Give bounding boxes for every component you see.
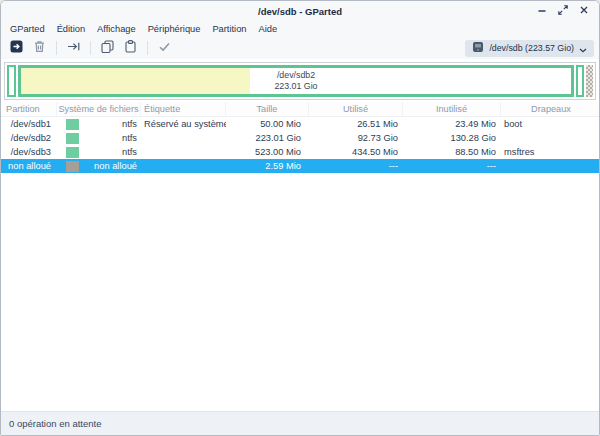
restore-button[interactable]	[556, 4, 570, 18]
disk-segment--dev-sdb2[interactable]: /dev/sdb2223.01 Gio	[18, 65, 574, 97]
trash-icon	[32, 39, 47, 58]
disk-drive-icon	[472, 39, 484, 57]
column-header-unused: Inutilisé	[403, 102, 501, 116]
label-cell: Réservé au système	[141, 117, 226, 131]
partition-row-non-allou-[interactable]: non allouénon alloué2.59 Mio------	[1, 159, 599, 173]
copy-icon	[100, 39, 115, 58]
close-icon	[578, 2, 590, 20]
paste-icon	[123, 39, 138, 58]
menu-item-partition[interactable]: Partition	[206, 24, 252, 34]
apply-operations-button[interactable]	[154, 39, 175, 57]
partition-table-header: PartitionSystème de fichiersÉtiquetteTai…	[1, 102, 599, 117]
new-partition-button[interactable]	[6, 39, 27, 57]
label-cell	[141, 145, 226, 159]
menu-item-affichage[interactable]: Affichage	[91, 24, 142, 34]
column-header-flags: Drapeaux	[501, 102, 599, 116]
filesystem-name: ntfs	[122, 133, 137, 143]
filesystem-color-swatch	[66, 161, 79, 172]
column-header-partition: Partition	[1, 102, 57, 116]
partition-cell: /dev/sdb3	[1, 145, 57, 159]
copy-partition-button[interactable]	[97, 39, 118, 57]
filesystem-cell: ntfs	[57, 117, 141, 131]
title-bar: /dev/sdb - GParted	[1, 1, 599, 21]
resize-arrow-icon	[66, 39, 81, 58]
checkmark-icon	[157, 39, 172, 58]
toolbar-separator	[147, 41, 148, 55]
partition-cell: /dev/sdb2	[1, 131, 57, 145]
close-button[interactable]	[577, 4, 591, 18]
used-cell: 434.50 Mio	[309, 145, 403, 159]
size-cell: 2.59 Mio	[226, 159, 309, 173]
partition-row--dev-sdb1[interactable]: /dev/sdb1ntfsRéservé au système50.00 Mio…	[1, 117, 599, 131]
partition-row--dev-sdb3[interactable]: /dev/sdb3ntfs523.00 Mio434.50 Mio88.50 M…	[1, 145, 599, 159]
label-cell	[141, 131, 226, 145]
new-partition-icon	[9, 39, 24, 58]
disk-segment-label: /dev/sdb2223.01 Gio	[21, 68, 571, 94]
flags-cell	[501, 159, 599, 173]
partition-table-body: /dev/sdb1ntfsRéservé au système50.00 Mio…	[1, 117, 599, 173]
toolbar-separator	[56, 41, 57, 55]
partition-table: PartitionSystème de fichiersÉtiquetteTai…	[1, 102, 599, 173]
toolbar: /dev/sdb (223.57 Gio)	[1, 37, 599, 59]
filesystem-name: ntfs	[122, 147, 137, 157]
unused-cell: 88.50 Mio	[403, 145, 501, 159]
paste-partition-button[interactable]	[120, 39, 141, 57]
menu-item-peripherique[interactable]: Périphérique	[142, 24, 207, 34]
resize-move-button[interactable]	[63, 39, 84, 57]
disk-visual-bar: /dev/sdb2223.01 Gio	[4, 62, 596, 100]
filesystem-color-swatch	[66, 147, 79, 158]
flags-cell: boot	[501, 117, 599, 131]
chevron-down-icon	[579, 39, 587, 57]
flags-cell	[501, 131, 599, 145]
column-header-size: Taille	[226, 102, 309, 116]
minimize-icon	[536, 2, 548, 20]
main-content: /dev/sdb2223.01 Gio PartitionSystème de …	[1, 59, 599, 411]
device-selector-value: /dev/sdb (223.57 Gio)	[489, 43, 574, 53]
window-controls	[535, 4, 599, 18]
menu-item-aide[interactable]: Aide	[253, 24, 284, 34]
filesystem-color-swatch	[66, 133, 79, 144]
column-header-fs: Système de fichiers	[57, 102, 141, 116]
device-selector[interactable]: /dev/sdb (223.57 Gio)	[465, 40, 594, 57]
disk-segment-non-allou-[interactable]	[586, 65, 593, 97]
filesystem-cell: ntfs	[57, 145, 141, 159]
menu-bar: GPartedÉditionAffichagePériphériqueParti…	[1, 21, 599, 37]
used-cell: ---	[309, 159, 403, 173]
partition-cell: /dev/sdb1	[1, 117, 57, 131]
filesystem-name: non alloué	[94, 161, 137, 171]
menu-item-edition[interactable]: Édition	[51, 24, 91, 34]
minimize-button[interactable]	[535, 4, 549, 18]
unused-cell: ---	[403, 159, 501, 173]
filesystem-color-swatch	[66, 119, 79, 130]
flags-cell: msftres	[501, 145, 599, 159]
filesystem-cell: non alloué	[57, 159, 141, 173]
window-title: /dev/sdb - GParted	[1, 6, 599, 17]
column-header-used: Utilisé	[309, 102, 403, 116]
size-cell: 223.01 Gio	[226, 131, 309, 145]
column-header-label: Étiquette	[141, 102, 226, 116]
disk-segment--dev-sdb3[interactable]	[576, 65, 584, 97]
unused-cell: 23.49 Mio	[403, 117, 501, 131]
toolbar-separator	[90, 41, 91, 55]
gparted-window: /dev/sdb - GParted GPartedÉd	[0, 0, 600, 436]
partition-cell: non alloué	[1, 159, 57, 173]
filesystem-cell: ntfs	[57, 131, 141, 145]
filesystem-name: ntfs	[122, 119, 137, 129]
used-cell: 92.73 Gio	[309, 131, 403, 145]
disk-segment--dev-sdb1[interactable]	[7, 65, 16, 97]
unused-cell: 130.28 Gio	[403, 131, 501, 145]
partition-row--dev-sdb2[interactable]: /dev/sdb2ntfs223.01 Gio92.73 Gio130.28 G…	[1, 131, 599, 145]
status-bar: 0 opération en attente	[1, 411, 599, 435]
size-cell: 523.00 Mio	[226, 145, 309, 159]
delete-partition-button[interactable]	[29, 39, 50, 57]
label-cell	[141, 159, 226, 173]
pending-operations-text: 0 opération en attente	[9, 418, 101, 429]
restore-icon	[557, 2, 569, 20]
used-cell: 26.51 Mio	[309, 117, 403, 131]
size-cell: 50.00 Mio	[226, 117, 309, 131]
menu-item-gparted[interactable]: GParted	[4, 24, 51, 34]
